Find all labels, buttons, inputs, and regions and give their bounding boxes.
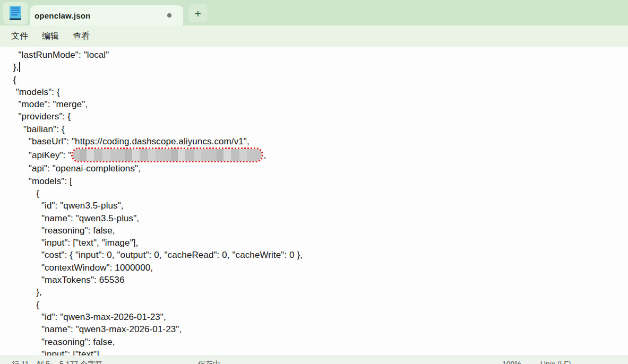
- code-line: "maxTokens": 65536: [11, 274, 628, 286]
- code-text: {: [11, 75, 16, 85]
- text-cursor: [19, 62, 20, 72]
- status-saving: 保存中: [198, 360, 220, 364]
- code-text: "cost": { "input": 0, "output": 0, "cach…: [11, 250, 303, 260]
- code-line: "contextWindow": 1000000,: [11, 262, 628, 274]
- code-text: "name": "qwen3-max-2026-01-23",: [11, 324, 182, 334]
- notepad-icon: [8, 5, 22, 21]
- new-tab-button[interactable]: +: [188, 4, 208, 22]
- status-zoom-level[interactable]: 100%: [502, 360, 521, 364]
- code-text: "api": "openai-completions",: [11, 163, 141, 174]
- code-text: "models": [: [11, 176, 72, 186]
- code-text: "lastRunMode": "local": [11, 50, 109, 60]
- code-line: "apiKey": ",: [11, 148, 628, 162]
- code-line: "id": "qwen3.5-plus",: [11, 200, 628, 212]
- code-line: {: [11, 74, 628, 86]
- code-line: "providers": {: [11, 110, 628, 123]
- apikey-suffix: ,: [263, 150, 266, 160]
- code-line: "name": "qwen3.5-plus",: [11, 212, 628, 224]
- menu-bar: 文件编辑查看: [0, 25, 628, 47]
- code-line: "cost": { "input": 0, "output": 0, "cach…: [11, 249, 628, 261]
- code-text: "baseUrl": "https://coding.dashscope.ali…: [11, 136, 250, 146]
- code-text: "maxTokens": 65536: [11, 275, 124, 285]
- code-text: },: [11, 287, 42, 297]
- menu-item-1[interactable]: 编辑: [35, 28, 66, 45]
- code-line: {: [11, 187, 628, 200]
- code-line: "input": ["text", "image"],: [11, 237, 628, 249]
- code-line: "id": "qwen3-max-2026-01-23",: [11, 311, 628, 323]
- code-line: "models": [: [11, 175, 628, 187]
- tab-strip: openclaw.json +: [0, 0, 628, 25]
- code-line: "bailian": {: [11, 123, 628, 135]
- code-text: {: [11, 188, 39, 198]
- code-text: "reasoning": false,: [11, 226, 115, 236]
- text-editor-area[interactable]: "lastRunMode": "local" }, { "models": { …: [0, 47, 628, 357]
- code-text: "name": "qwen3.5-plus",: [11, 213, 139, 223]
- code-text: {: [11, 300, 39, 310]
- code-text: "bailian": {: [11, 124, 65, 134]
- plus-icon: +: [195, 8, 201, 19]
- code-line: "name": "qwen3-max-2026-01-23",: [11, 323, 628, 335]
- code-text: "mode": "merge",: [11, 99, 88, 109]
- code-line: "reasoning": false,: [11, 336, 628, 348]
- tab-title: openclaw.json: [35, 11, 90, 20]
- code-line: "baseUrl": "https://coding.dashscope.ali…: [11, 135, 628, 148]
- status-char-count: 5,177 个字符: [59, 360, 102, 364]
- app-menu-button[interactable]: [3, 2, 28, 24]
- unsaved-indicator-dot: [167, 13, 171, 18]
- status-cursor-position: 行 11，列 5: [12, 360, 50, 364]
- code-text: "contextWindow": 1000000,: [11, 263, 153, 273]
- code-text: },: [11, 62, 19, 72]
- code-line: {: [11, 299, 628, 311]
- code-text: "id": "qwen3-max-2026-01-23",: [11, 312, 166, 322]
- code-text: "providers": {: [11, 111, 71, 122]
- code-line: "mode": "merge",: [11, 98, 628, 110]
- code-text: "input": ["text", "image"],: [11, 238, 138, 248]
- menu-item-0[interactable]: 文件: [4, 28, 35, 45]
- code-line: },: [11, 61, 628, 73]
- tab-openclaw-json[interactable]: openclaw.json: [30, 5, 183, 25]
- status-line-ending[interactable]: Unix (LF): [540, 360, 571, 364]
- code-line: "api": "openai-completions",: [11, 162, 628, 175]
- redacted-apikey-highlight: [71, 148, 263, 162]
- code-line: "lastRunMode": "local": [11, 49, 628, 61]
- code-line: "reasoning": false,: [11, 224, 628, 237]
- code-text: "reasoning": false,: [11, 337, 115, 347]
- code-line: "models": {: [11, 86, 628, 98]
- menu-item-2[interactable]: 查看: [66, 28, 97, 45]
- apikey-label: "apiKey": ": [11, 150, 71, 160]
- code-line: },: [11, 286, 628, 298]
- status-bar: 行 11，列 5 5,177 个字符 保存中 100% Unix (LF): [0, 356, 628, 364]
- code-text: "id": "qwen3.5-plus",: [11, 201, 124, 211]
- pixelated-blur: [73, 149, 262, 161]
- code-text: "models": {: [11, 87, 60, 97]
